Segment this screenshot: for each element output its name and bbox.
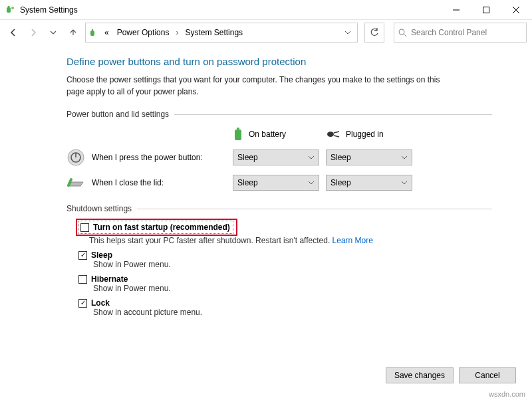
svg-rect-8: [92, 29, 93, 31]
save-changes-button[interactable]: Save changes: [386, 367, 454, 383]
page-heading: Define power buttons and turn on passwor…: [66, 56, 492, 67]
refresh-button[interactable]: [364, 23, 384, 43]
nav-row: « Power Options › System Settings: [0, 20, 532, 45]
row-power-button: When I press the power button: Sleep Sle…: [66, 148, 492, 167]
checkbox-sleep[interactable]: [78, 251, 87, 260]
svg-rect-11: [235, 130, 241, 140]
svg-point-9: [399, 29, 404, 35]
svg-line-15: [334, 136, 339, 137]
section-shutdown-label: Shutdown settings: [66, 204, 132, 213]
power-button-icon: [66, 148, 85, 167]
col-plugged-label: Plugged in: [346, 130, 384, 139]
select-lid-battery[interactable]: Sleep: [233, 175, 319, 191]
learn-more-link[interactable]: Learn More: [332, 236, 373, 245]
sleep-desc: Show in Power menu.: [93, 260, 492, 269]
checkbox-hibernate[interactable]: [78, 275, 87, 284]
svg-line-14: [334, 132, 339, 133]
up-button[interactable]: [65, 25, 81, 41]
search-input[interactable]: [411, 28, 522, 37]
section-power-lid-label: Power button and lid settings: [66, 110, 169, 119]
cancel-button[interactable]: Cancel: [459, 367, 516, 383]
power-plan-icon: [88, 27, 99, 38]
section-power-lid: Power button and lid settings: [66, 110, 492, 119]
window-title: System Settings: [20, 5, 441, 15]
svg-rect-0: [7, 7, 11, 13]
sleep-label: Sleep: [91, 251, 112, 260]
page-intro: Choose the power settings that you want …: [66, 74, 452, 98]
svg-line-10: [404, 34, 406, 37]
app-icon: [5, 5, 16, 15]
select-power-button-battery[interactable]: Sleep: [233, 150, 319, 165]
checkbox-lock[interactable]: [78, 299, 87, 308]
footer-buttons: Save changes Cancel: [386, 367, 516, 383]
hibernate-label: Hibernate: [91, 274, 128, 284]
row-close-lid-label: When I close the lid:: [92, 178, 164, 187]
select-power-button-plugged[interactable]: Sleep: [326, 150, 412, 165]
checkbox-fast-startup[interactable]: [80, 223, 89, 232]
breadcrumb-prefix: «: [102, 28, 112, 37]
hibernate-desc: Show in Power menu.: [93, 284, 492, 293]
svg-rect-4: [483, 7, 489, 13]
fast-startup-desc: This helps start your PC faster after sh…: [89, 236, 332, 245]
content-area: Define power buttons and turn on passwor…: [0, 45, 532, 317]
svg-rect-7: [90, 31, 94, 36]
watermark: wsxdn.com: [489, 390, 525, 398]
search-box[interactable]: [394, 23, 527, 43]
recent-locations-dropdown[interactable]: [45, 25, 61, 41]
chevron-down-icon: [401, 179, 408, 186]
select-lid-plugged[interactable]: Sleep: [326, 175, 412, 191]
maximize-button[interactable]: [471, 0, 501, 20]
svg-point-13: [327, 132, 334, 137]
forward-button[interactable]: [25, 25, 41, 41]
col-battery-label: On battery: [249, 130, 286, 139]
address-bar[interactable]: « Power Options › System Settings: [85, 23, 358, 43]
chevron-down-icon: [308, 179, 315, 186]
address-dropdown[interactable]: [341, 29, 354, 36]
breadcrumb-system-settings[interactable]: System Settings: [182, 28, 245, 37]
fast-startup-highlight: Turn on fast startup (recommended): [76, 219, 237, 236]
minimize-button[interactable]: [441, 0, 471, 20]
battery-icon: [233, 127, 243, 142]
chevron-down-icon: [401, 154, 408, 161]
title-bar: System Settings: [0, 0, 532, 20]
chevron-right-icon: ›: [174, 28, 180, 37]
back-button[interactable]: [5, 25, 21, 41]
svg-point-2: [11, 7, 14, 9]
lid-icon: [66, 173, 85, 192]
breadcrumb-power-options[interactable]: Power Options: [114, 28, 172, 37]
row-power-button-label: When I press the power button:: [92, 153, 203, 162]
column-headers: On battery Plugged in: [66, 127, 492, 142]
lock-label: Lock: [91, 298, 110, 308]
svg-rect-12: [237, 128, 239, 130]
section-shutdown: Shutdown settings: [66, 204, 492, 213]
row-close-lid: When I close the lid: Sleep Sleep: [66, 173, 492, 192]
svg-rect-1: [8, 6, 10, 8]
search-icon: [398, 29, 407, 37]
chevron-down-icon: [308, 154, 315, 161]
plug-icon: [326, 130, 340, 139]
close-button[interactable]: [501, 0, 531, 20]
lock-desc: Show in account picture menu.: [93, 308, 492, 317]
fast-startup-label: Turn on fast startup (recommended): [93, 223, 230, 232]
